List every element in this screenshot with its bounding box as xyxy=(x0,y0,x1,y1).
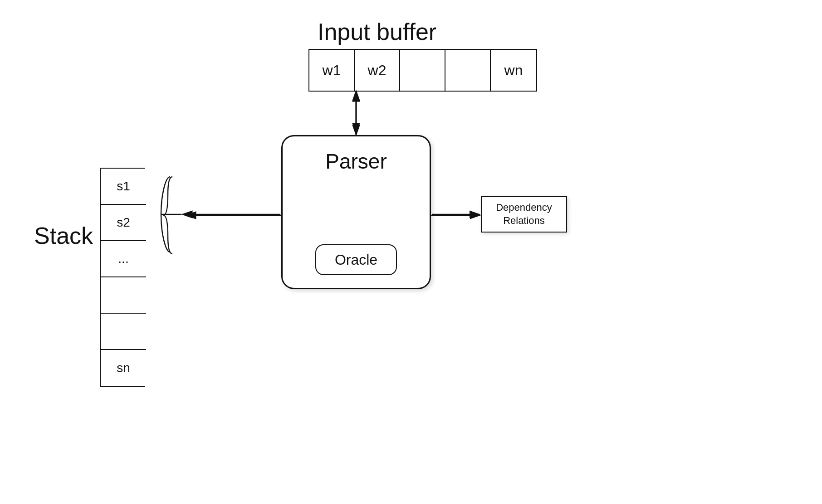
stack-cell-dots: ... xyxy=(101,241,146,277)
stack-cell-sn: sn xyxy=(101,350,146,386)
stack-cell-empty1 xyxy=(101,277,146,314)
stack-cell-s1: s1 xyxy=(101,169,146,205)
stack-bracket xyxy=(163,177,172,254)
oracle-label: Oracle xyxy=(335,252,377,268)
stack-label: Stack xyxy=(34,222,93,249)
stack-box: s1 s2 ... sn xyxy=(100,168,145,387)
buffer-cell-wn: wn xyxy=(491,50,536,91)
stack-cell-s2: s2 xyxy=(101,205,146,241)
dependency-relations-label: DependencyRelations xyxy=(496,201,552,227)
buffer-cell-w2: w2 xyxy=(355,50,400,91)
oracle-box: Oracle xyxy=(315,244,397,275)
buffer-cell-empty1 xyxy=(400,50,445,91)
stack-cell-empty2 xyxy=(101,314,146,350)
dependency-relations-box: DependencyRelations xyxy=(481,196,567,233)
diagram-container: Input buffer w1 w2 wn Stack s1 s2 ... sn… xyxy=(0,0,822,504)
input-buffer-label: Input buffer xyxy=(318,18,436,45)
parser-box: Parser Oracle xyxy=(281,135,431,289)
buffer-cell-empty2 xyxy=(445,50,491,91)
buffer-cell-w1: w1 xyxy=(309,50,355,91)
stack-brace xyxy=(161,177,170,252)
parser-label: Parser xyxy=(325,149,387,174)
input-buffer-box: w1 w2 wn xyxy=(308,49,537,92)
